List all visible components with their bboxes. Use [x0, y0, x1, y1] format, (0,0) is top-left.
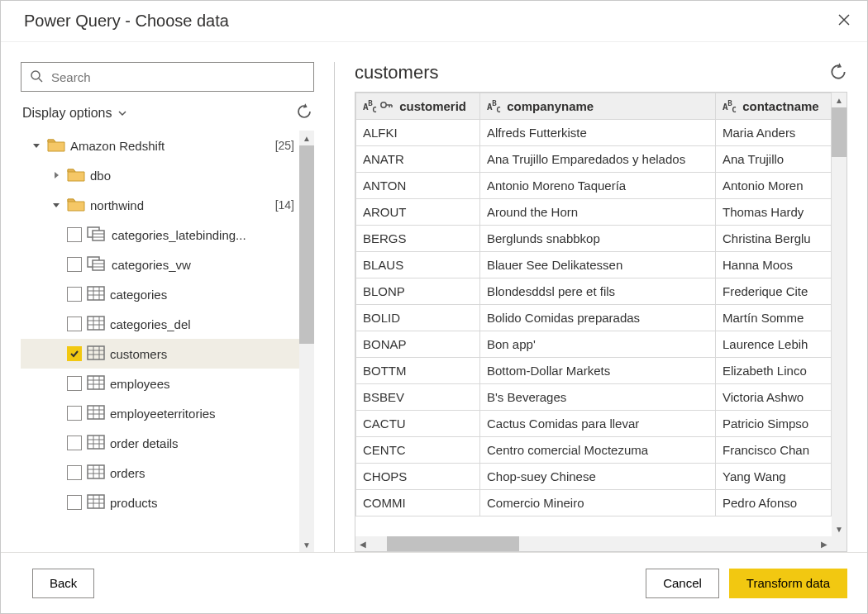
table-row[interactable]: BOLIDBolido Comidas preparadasMartín Som… — [356, 305, 832, 331]
view-icon — [87, 256, 107, 274]
search-input[interactable] — [50, 69, 305, 85]
search-box[interactable] — [21, 62, 314, 92]
preview-title: customers — [355, 62, 438, 83]
table-row[interactable]: BONAPBon app'Laurence Lebih — [356, 331, 832, 358]
table-cell: Comercio Mineiro — [480, 490, 716, 516]
table-cell: ANATR — [356, 146, 480, 173]
scroll-thumb[interactable] — [387, 536, 519, 551]
collapse-icon[interactable] — [50, 201, 62, 209]
checkbox[interactable] — [67, 465, 82, 480]
table-icon — [87, 405, 105, 422]
table-cell: CHOPS — [356, 464, 480, 490]
table-row[interactable]: CHOPSChop-suey ChineseYang Wang — [356, 464, 832, 490]
checkbox[interactable] — [67, 376, 82, 391]
search-icon — [30, 69, 43, 85]
table-row[interactable]: BERGSBerglunds snabbkopChristina Berglu — [356, 226, 832, 252]
tree-node-table[interactable]: employees — [21, 369, 299, 398]
table-cell: Maria Anders — [716, 120, 832, 146]
body: Display options — [1, 42, 867, 552]
scroll-left-icon[interactable]: ◀ — [355, 540, 370, 549]
tree-node-root[interactable]: Amazon Redshift [25] — [21, 131, 299, 160]
checkbox[interactable] — [67, 227, 82, 242]
table-cell: BOTTM — [356, 358, 480, 384]
table-cell: Berglunds snabbkop — [480, 226, 716, 252]
checkbox[interactable] — [67, 406, 82, 421]
svg-rect-15 — [88, 317, 104, 330]
table-row[interactable]: BSBEVB's BeveragesVictoria Ashwo — [356, 384, 832, 411]
navigator-refresh-button[interactable] — [296, 103, 312, 122]
column-header[interactable]: ABCcompanyname — [480, 93, 716, 120]
table-row[interactable]: ANTONAntonio Moreno TaqueríaAntonio More… — [356, 173, 832, 199]
column-name: companyname — [507, 99, 594, 113]
svg-rect-10 — [88, 287, 104, 300]
tree-node-table[interactable]: orders — [21, 458, 299, 488]
view-icon — [87, 226, 107, 244]
table-icon — [87, 435, 105, 452]
table-row[interactable]: ANATRAna Trujillo Emparedados y heladosA… — [356, 146, 832, 173]
table-row[interactable]: COMMIComercio MineiroPedro Afonso — [356, 490, 832, 516]
tree-node-table[interactable]: categories_del — [21, 309, 299, 339]
scroll-thumb[interactable] — [832, 107, 847, 157]
table-cell: Victoria Ashwo — [716, 384, 832, 411]
scroll-down-icon[interactable]: ▼ — [303, 537, 311, 552]
tree-node-table[interactable]: categories_vw — [21, 250, 299, 279]
grid-horizontal-scrollbar[interactable]: ◀ ▶ — [355, 536, 847, 551]
grid-vertical-scrollbar[interactable]: ▲ ▼ — [832, 93, 847, 536]
checkbox[interactable] — [67, 436, 82, 450]
table-cell: Pedro Afonso — [716, 490, 832, 516]
checkbox[interactable] — [67, 257, 82, 272]
tree-node-table[interactable]: customers — [21, 339, 299, 369]
table-row[interactable]: AROUTAround the HornThomas Hardy — [356, 199, 832, 226]
folder-icon — [67, 167, 85, 184]
close-button[interactable] — [834, 10, 854, 32]
scroll-up-icon[interactable]: ▲ — [303, 131, 311, 145]
text-type-icon: ABC — [723, 98, 736, 114]
table-row[interactable]: CACTUCactus Comidas para llevarPatricio … — [356, 411, 832, 437]
table-cell: Christina Berglu — [716, 226, 832, 252]
display-options-dropdown[interactable]: Display options — [22, 106, 127, 121]
scroll-down-icon[interactable]: ▼ — [835, 521, 843, 536]
tree-node-northwind[interactable]: northwind [14] — [21, 190, 299, 220]
collapse-icon[interactable] — [31, 141, 42, 150]
refresh-icon — [829, 63, 847, 81]
transform-data-button[interactable]: Transform data — [729, 569, 847, 598]
table-cell: Blondesddsl pere et fils — [480, 278, 716, 305]
tree-scrollbar[interactable]: ▲ ▼ — [299, 131, 314, 552]
tree: Amazon Redshift [25] dbo — [21, 131, 299, 552]
tree-node-table[interactable]: order details — [21, 428, 299, 458]
scroll-right-icon[interactable]: ▶ — [817, 540, 832, 549]
tree-node-table[interactable]: products — [21, 488, 299, 517]
table-row[interactable]: BLONPBlondesddsl pere et filsFrederique … — [356, 278, 832, 305]
table-icon — [87, 345, 105, 363]
checkbox[interactable] — [67, 287, 82, 302]
column-header[interactable]: ABCcustomerid — [356, 93, 480, 120]
tree-node-dbo[interactable]: dbo — [21, 160, 299, 190]
titlebar: Power Query - Choose data — [1, 1, 867, 42]
back-button[interactable]: Back — [32, 569, 94, 598]
table-cell: Centro comercial Moctezuma — [480, 437, 716, 464]
column-header[interactable]: ABCcontactname — [716, 93, 832, 120]
table-cell: Hanna Moos — [716, 252, 832, 278]
table-row[interactable]: BOTTMBottom-Dollar MarketsElizabeth Linc… — [356, 358, 832, 384]
tree-node-table[interactable]: categories — [21, 279, 299, 309]
expand-icon[interactable] — [50, 171, 62, 179]
table-row[interactable]: BLAUSBlauer See DelikatessenHanna Moos — [356, 252, 832, 278]
scroll-up-icon[interactable]: ▲ — [835, 93, 843, 107]
table-cell: Blauer See Delikatessen — [480, 252, 716, 278]
checkbox[interactable] — [67, 346, 82, 361]
cancel-button[interactable]: Cancel — [646, 569, 719, 598]
checkbox[interactable] — [67, 495, 82, 510]
checkbox[interactable] — [67, 317, 82, 331]
tree-node-label: employeeterritories — [110, 407, 216, 421]
key-icon — [379, 98, 393, 114]
table-row[interactable]: ALFKIAlfreds FutterkisteMaria Anders — [356, 120, 832, 146]
scroll-thumb[interactable] — [299, 145, 314, 344]
tree-node-table[interactable]: categories_latebinding... — [21, 220, 299, 250]
tree-node-table[interactable]: employeeterritories — [21, 398, 299, 428]
svg-rect-7 — [93, 260, 104, 270]
preview-refresh-button[interactable] — [829, 63, 847, 83]
table-row[interactable]: CENTCCentro comercial MoctezumaFrancisco… — [356, 437, 832, 464]
tree-node-label: categories_latebinding... — [112, 228, 246, 242]
window-title: Power Query - Choose data — [24, 12, 229, 31]
svg-point-0 — [31, 71, 40, 79]
